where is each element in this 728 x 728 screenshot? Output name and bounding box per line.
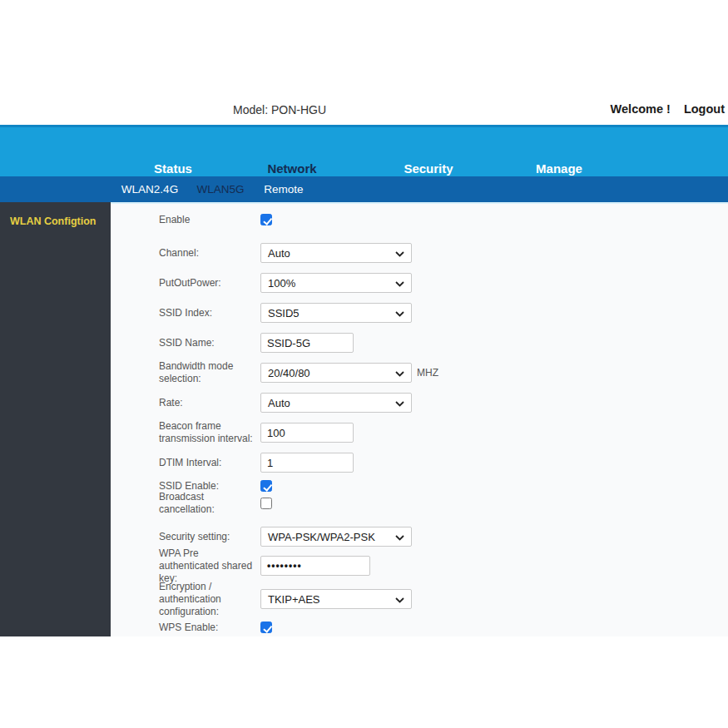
field-label: Rate:: [159, 397, 260, 409]
subnav-item-remote[interactable]: Remote: [264, 183, 303, 196]
field-label: Broadcast cancellation:: [159, 491, 260, 516]
form-row-channel: Channel: Auto: [159, 243, 412, 263]
chevron-down-icon: [395, 311, 404, 317]
router-admin-page: Model: PON-HGU Welcome !Logout Status Ne…: [0, 0, 728, 728]
dtim-interval-input[interactable]: 1: [260, 453, 354, 473]
mhz-unit-label: MHZ: [417, 367, 438, 379]
field-label: Bandwidth mode selection:: [159, 360, 260, 385]
welcome-text: Welcome !: [611, 102, 671, 116]
chevron-down-icon: [395, 535, 404, 541]
form-row-dtim-interval: DTIM Interval: 1: [159, 453, 354, 473]
rate-select[interactable]: Auto: [260, 393, 412, 413]
chevron-down-icon: [395, 371, 404, 377]
ssid-name-input[interactable]: SSID-5G: [260, 333, 354, 353]
chevron-down-icon: [395, 281, 404, 287]
field-label: Channel:: [159, 247, 260, 260]
field-label: PutOutPower:: [159, 277, 260, 290]
encryption-select[interactable]: TKIP+AES: [260, 589, 412, 609]
nav-item-status[interactable]: Status: [154, 161, 192, 176]
select-value: 100%: [268, 277, 295, 290]
main-nav: Status Network Security Manage: [0, 125, 728, 176]
select-value: WPA-PSK/WPA2-PSK: [268, 531, 375, 543]
chevron-down-icon: [395, 401, 404, 407]
top-header: Model: PON-HGU Welcome !Logout: [0, 0, 728, 125]
subnav-item-wlan5g[interactable]: WLAN5G: [196, 183, 244, 196]
select-value: 20/40/80: [268, 367, 310, 379]
putoutpower-select[interactable]: 100%: [260, 273, 412, 293]
field-label: Security setting:: [159, 531, 260, 543]
form-row-ssid-index: SSID Index: SSID5: [159, 303, 412, 323]
divider: [111, 202, 728, 204]
nav-item-manage[interactable]: Manage: [536, 161, 582, 176]
enable-checkbox[interactable]: [260, 214, 272, 225]
form-row-ssid-enable: SSID Enable:: [159, 480, 272, 492]
field-label: DTIM Interval:: [159, 457, 260, 469]
select-value: Auto: [268, 247, 290, 260]
form-row-encryption: Encryption / authentication configuratio…: [159, 589, 412, 609]
field-label: WPS Enable:: [159, 622, 260, 634]
input-value: 100: [267, 427, 285, 439]
beacon-interval-input[interactable]: 100: [260, 423, 354, 443]
broadcast-cancellation-checkbox[interactable]: [260, 498, 272, 509]
sidebar-item-wlan-configtion[interactable]: WLAN Configtion: [0, 202, 111, 227]
form-row-bandwidth: Bandwidth mode selection: 20/40/80 MHZ: [159, 363, 438, 383]
security-setting-select[interactable]: WPA-PSK/WPA2-PSK: [260, 527, 412, 547]
nav-item-security[interactable]: Security: [404, 161, 453, 176]
form-row-wps-enable: WPS Enable:: [159, 622, 272, 633]
form-row-beacon-interval: Beacon frame transmission interval: 100: [159, 423, 354, 443]
channel-select[interactable]: Auto: [260, 243, 412, 263]
field-label: WPA Pre authenticated shared key:: [159, 547, 260, 585]
bandwidth-select[interactable]: 20/40/80: [260, 363, 412, 383]
field-label: Enable: [159, 214, 260, 226]
form-row-enable: Enable: [159, 214, 272, 225]
model-label: Model: PON-HGU: [233, 103, 326, 116]
ssid-index-select[interactable]: SSID5: [260, 303, 412, 323]
field-label: Beacon frame transmission interval:: [159, 420, 260, 445]
form-row-ssid-name: SSID Name: SSID-5G: [159, 333, 354, 353]
form-row-security-setting: Security setting: WPA-PSK/WPA2-PSK: [159, 527, 412, 547]
input-value: 1: [267, 457, 273, 469]
chevron-down-icon: [395, 251, 404, 257]
nav-item-network[interactable]: Network: [267, 161, 316, 176]
input-value: ••••••••: [267, 560, 302, 572]
field-label: SSID Name:: [159, 337, 260, 349]
select-value: SSID5: [268, 307, 300, 319]
chevron-down-icon: [395, 597, 404, 603]
input-value: SSID-5G: [267, 337, 310, 349]
header-right: Welcome !Logout: [611, 102, 725, 116]
field-label: SSID Index:: [159, 307, 260, 319]
subnav-item-wlan24g[interactable]: WLAN2.4G: [121, 183, 178, 196]
form-row-broadcast-cancellation: Broadcast cancellation:: [159, 498, 272, 509]
form-row-putoutpower: PutOutPower: 100%: [159, 273, 412, 293]
sidebar: WLAN Configtion: [0, 202, 111, 636]
sub-nav: WLAN2.4G WLAN5G Remote: [0, 176, 728, 202]
form-row-rate: Rate: Auto: [159, 393, 412, 413]
logout-link[interactable]: Logout: [684, 102, 725, 116]
select-value: Auto: [268, 397, 290, 409]
form-row-wpa-key: WPA Pre authenticated shared key: ••••••…: [159, 556, 370, 576]
wpa-shared-key-input[interactable]: ••••••••: [260, 556, 370, 576]
ssid-enable-checkbox[interactable]: [260, 480, 272, 492]
wlan-settings-panel: Enable Channel: Auto PutOutPower: 100%: [111, 202, 728, 636]
select-value: TKIP+AES: [268, 593, 320, 606]
wps-enable-checkbox[interactable]: [260, 622, 272, 633]
field-label: Encryption / authentication configuratio…: [159, 581, 260, 618]
